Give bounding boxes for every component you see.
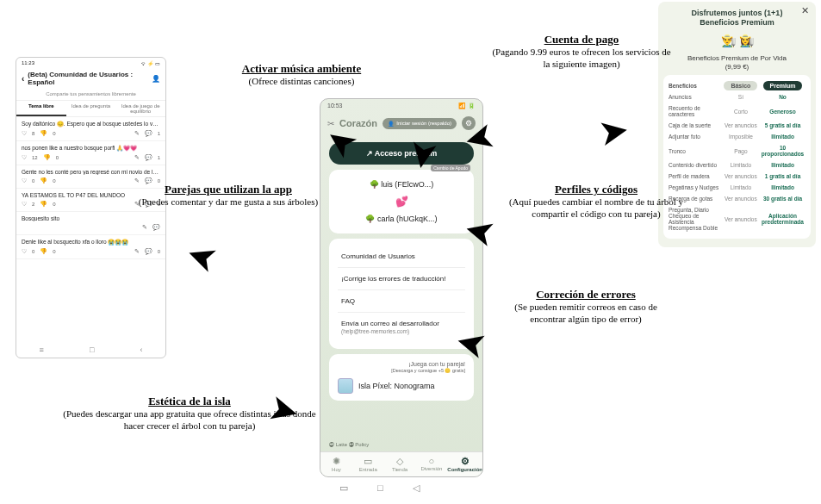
tabs: Tema libre Idea de pregunta Idea de jueg…	[16, 101, 165, 117]
anno-title: Estética de la isla	[60, 395, 319, 408]
edit-icon[interactable]: ✎	[142, 224, 147, 231]
edit-icon[interactable]: ✎	[134, 130, 140, 137]
edit-icon[interactable]: ✎	[134, 154, 140, 161]
nav-entrada[interactable]: ▭Entrada	[352, 452, 384, 476]
post[interactable]: nos ponen like a nuestro bosque porfi 🙏💗…	[16, 141, 165, 165]
post-text: nos ponen like a nuestro bosque porfi 🙏💗…	[22, 145, 160, 152]
table-row: AnunciosSíNo	[667, 91, 807, 103]
nav-hoy[interactable]: ✺Hoy	[320, 452, 352, 476]
benefit-name: Contenido divertido	[669, 162, 722, 168]
anno-desc: (Pagando 9.99 euros te ofrecen los servi…	[491, 47, 672, 71]
links-card: Comunidad de Usuarios ¡Corrige los error…	[329, 239, 474, 349]
dislike-icon[interactable]: 👎	[43, 154, 51, 161]
post[interactable]: Denle like al bosquecito xfa o lloro 😭😭😭…	[16, 235, 165, 259]
premium-value: Ilimitado	[760, 134, 805, 140]
like-count: 2	[32, 202, 34, 207]
comment-icon[interactable]: 💬	[145, 130, 152, 137]
anno-cuenta: Cuenta de pago (Pagando 9.99 euros te of…	[491, 33, 672, 71]
anno-title: Correción de errores	[500, 288, 672, 302]
soft-nav: ≡ □ ‹	[16, 342, 165, 358]
post[interactable]: Soy daltónico 😔. Espero que al bosque us…	[16, 117, 165, 141]
basic-value: Ver anuncios	[722, 122, 760, 128]
link-translation-fix[interactable]: ¡Corrige los errores de traducción!	[338, 268, 465, 290]
premium-value: Generoso	[760, 109, 805, 115]
nav-home-icon[interactable]: □	[90, 345, 94, 354]
anno-music: Activar música ambiente (Ofrece distinta…	[215, 62, 388, 88]
tab-tema-libre[interactable]: Tema libre	[16, 101, 66, 116]
like-icon[interactable]: ♡	[22, 248, 27, 255]
premium-access-button[interactable]: ↗ Acceso premium	[329, 142, 474, 165]
statusbar: 10:53 📶 🔋	[320, 99, 482, 113]
gear-icon[interactable]: ⚙	[462, 116, 476, 130]
comment-count: 0	[158, 249, 160, 254]
dislike-icon[interactable]: 👎	[40, 248, 47, 255]
basic-value: Ver anuncios	[722, 173, 760, 179]
nav-back-icon[interactable]: ◁	[413, 482, 420, 494]
col-premium[interactable]: Premium	[763, 81, 803, 90]
premium-value: Ilimitado	[760, 162, 805, 168]
login-button[interactable]: 👤 Iniciar sesión (respaldo)	[383, 118, 457, 129]
col-basic[interactable]: Básico	[724, 81, 757, 90]
table-row: Contenido divertidoLimitadoIlimitado	[667, 159, 807, 171]
link-email-dev[interactable]: Envía un correo al desarrollador (help@t…	[338, 313, 465, 342]
table-row: Caja de la suerteVer anuncios5 gratis al…	[667, 120, 807, 131]
like-icon[interactable]: ♡	[22, 130, 27, 137]
nav-recent-icon[interactable]: ≡	[40, 345, 44, 354]
island-card[interactable]: ¡Juega con tu pareja! [Descarga y consig…	[329, 354, 474, 401]
like-icon[interactable]: ♡	[22, 201, 27, 208]
basic-value: Corto	[722, 109, 760, 115]
settings-phone: 10:53 📶 🔋 ✂ Corazón 👤 Iniciar sesión (re…	[320, 98, 483, 477]
plan-price: (9,99 €)	[725, 63, 749, 71]
nav-home-icon[interactable]: □	[377, 482, 383, 494]
nav-tienda[interactable]: ◇Tienda	[384, 452, 416, 476]
island-play-sub: [Descarga y consigue +5 🪙 gratis]	[391, 368, 465, 373]
topbar: ✂ Corazón 👤 Iniciar sesión (respaldo) ⚙	[320, 113, 482, 137]
close-icon[interactable]: ✕	[801, 5, 809, 16]
time: 10:53	[327, 103, 343, 109]
comment-icon[interactable]: 💬	[145, 248, 152, 255]
share-prompt[interactable]: Comparte tus pensamientos libremente	[16, 90, 165, 101]
edit-icon[interactable]: ✎	[134, 248, 140, 255]
anno-desc: (Puedes comentar y dar me gusta a sus ár…	[138, 196, 319, 208]
nav-configuracion[interactable]: ⚙Configuración	[447, 452, 482, 476]
nav-recent-icon[interactable]: ▭	[339, 482, 348, 494]
nav-back-icon[interactable]: ‹	[140, 345, 142, 354]
anno-title: Perfiles y códigos	[501, 183, 691, 196]
basic-value: Ver anuncios	[722, 216, 760, 222]
comment-icon[interactable]: 💬	[145, 154, 152, 161]
benefit-name: Perfil de madera	[669, 173, 722, 179]
nav-diversion[interactable]: ○Diversión	[415, 452, 447, 476]
gear-icon: ⚙	[447, 456, 482, 467]
profile-partner[interactable]: 🌳 carla (hUGkqK...)	[338, 211, 465, 227]
dislike-icon[interactable]: 👎	[40, 130, 47, 137]
post[interactable]: Bosquesito sito ✎ 💬	[16, 212, 165, 235]
dislike-icon[interactable]: 👎	[40, 201, 47, 208]
profile-self[interactable]: 🌳 luis (FElcwO...)	[338, 177, 465, 192]
status-icons: 📶 🔋	[458, 103, 476, 109]
bottom-nav: ✺Hoy ▭Entrada ◇Tienda ○Diversión ⚙Config…	[320, 451, 482, 476]
back-icon[interactable]: ‹	[22, 74, 24, 84]
anno-isla: Estética de la isla (Puedes descargar un…	[60, 395, 319, 432]
benefit-name: Tronco	[669, 148, 722, 154]
premium-value: No	[760, 94, 805, 100]
dislike-count: 0	[53, 131, 55, 136]
comment-icon[interactable]: 💬	[152, 224, 160, 231]
link-faq[interactable]: FAQ	[338, 290, 465, 313]
profiles-card[interactable]: Cambio de Apodo 🌳 luis (FElcwO...) 💕 🌳 c…	[329, 170, 474, 233]
screen-title: (Beta) Comunidad de Usuarios : Español	[28, 71, 148, 86]
like-icon[interactable]: ♡	[22, 154, 27, 161]
tab-idea-pregunta[interactable]: Idea de pregunta	[66, 101, 116, 116]
benefit-name: Recuento de caracteres	[669, 105, 722, 117]
footer-links[interactable]: ⓵ Latte ⓶ Policy	[329, 442, 369, 447]
basic-value: Sí	[722, 94, 760, 100]
link-label: Comunidad de Usuarios	[341, 252, 415, 260]
comment-count: 1	[158, 155, 160, 160]
nav-label: Entrada	[359, 467, 377, 472]
dislike-icon[interactable]: 👎	[40, 177, 47, 184]
status-icons: ᯤ ⚡ ▭	[141, 60, 160, 66]
like-icon[interactable]: ♡	[22, 177, 27, 184]
tab-idea-juego[interactable]: Idea de juego de equilibrio	[115, 101, 165, 116]
link-community[interactable]: Comunidad de Usuarios	[338, 246, 465, 268]
dislike-count: 0	[53, 202, 55, 207]
scissors-icon[interactable]: ✂	[327, 119, 334, 128]
